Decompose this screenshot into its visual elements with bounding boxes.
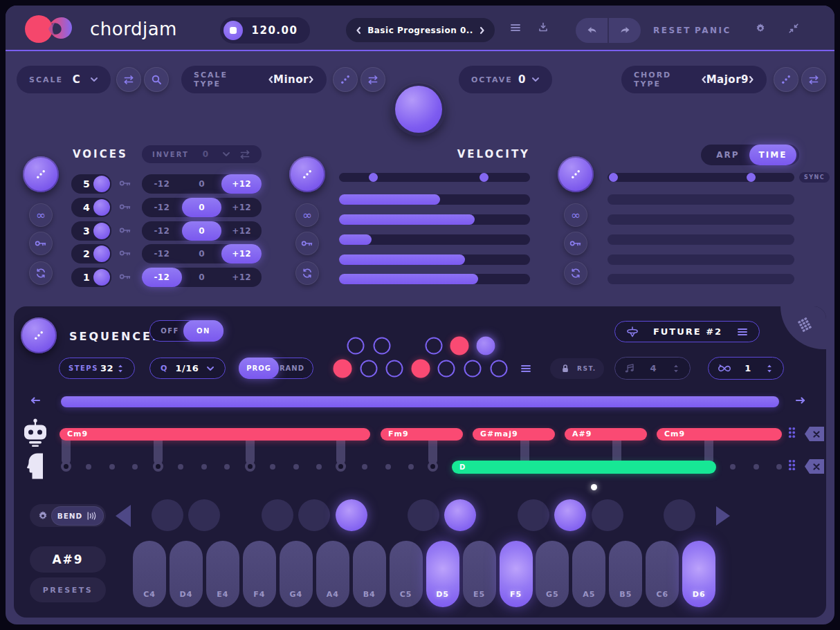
bend-control[interactable]: BEND [30,504,106,527]
time-reset-button[interactable] [564,261,587,285]
velocity-keyselect-button[interactable] [295,232,319,255]
seq-step-bottom-1[interactable] [334,360,352,378]
chevron-right-icon[interactable] [480,26,485,35]
scale-selector[interactable]: SCALE C [17,66,111,93]
chord-block-4[interactable]: A#9 [565,428,647,441]
octave-option-0[interactable]: 0 [182,244,222,263]
steps-control[interactable]: STEPS 32 [59,358,135,379]
range-handle[interactable] [369,173,378,182]
bpm-value[interactable]: 120.00 [243,24,307,37]
octave-option-+12[interactable]: +12 [221,198,262,217]
octave-option-0[interactable]: 0 [182,221,222,241]
arp-time-toggle[interactable]: ARP TIME [701,145,799,165]
menu-icon[interactable] [737,327,748,337]
velocity-range-slider[interactable] [339,173,530,182]
time-slider-5[interactable] [608,274,794,284]
black-key-C#5[interactable] [408,499,439,531]
chord-row-drag-handle[interactable] [788,427,796,438]
velocity-random-knob[interactable] [289,156,325,192]
voice-2-octave-selector[interactable]: -120+12 [142,244,262,263]
scroll-right-icon[interactable] [794,396,807,405]
voice-4-octave-selector[interactable]: -120+12 [142,198,262,217]
invert-control[interactable]: INVERT 0 [142,145,262,163]
voice-5-toggle[interactable]: 5 [71,174,111,194]
user-row-drag-handle[interactable] [788,459,796,471]
octave-option-0[interactable]: 0 [182,198,222,217]
range-handle[interactable] [747,173,756,182]
time-slider-3[interactable] [608,234,794,245]
black-key-C#4[interactable] [152,499,183,531]
black-key-F#4[interactable] [262,499,293,531]
seq-step-top-2[interactable] [373,337,390,355]
time-range-slider[interactable] [608,173,794,182]
scale-swap-button[interactable] [116,67,141,92]
keyboard-octave-right-button[interactable] [716,506,730,526]
chevron-right-icon[interactable] [749,75,754,84]
black-key-D#4[interactable] [188,499,220,531]
time-random-knob[interactable] [558,156,594,192]
scale-swap2-button[interactable] [360,67,385,92]
voice-enable-circle[interactable] [93,176,110,192]
gear-icon[interactable] [37,510,48,521]
black-key-C#6[interactable] [664,499,695,531]
velocity-slider-3[interactable] [339,234,530,245]
time-slider-4[interactable] [608,254,794,265]
key-C5[interactable]: C5 [390,541,423,607]
black-key-F#5[interactable] [518,499,549,531]
redo-button[interactable] [609,18,641,43]
black-key-G#4[interactable] [298,499,330,531]
voice-enable-circle[interactable] [93,269,110,286]
key-C6[interactable]: C6 [646,541,679,607]
download-icon[interactable] [538,21,549,33]
seq-step-bottom-4[interactable] [411,360,430,378]
chevron-left-icon[interactable] [356,26,361,35]
key-D4[interactable]: D4 [170,541,203,607]
octave-option-+12[interactable]: +12 [221,268,262,287]
seq-step-top-6[interactable] [477,337,495,355]
panic-button[interactable]: PANIC [695,26,731,35]
velocity-slider-5[interactable] [339,274,530,284]
time-slider-2[interactable] [608,214,794,225]
key-F5[interactable]: F5 [500,541,533,607]
octave-option-+12[interactable]: +12 [221,174,262,194]
seq-step-bottom-3[interactable] [386,360,403,378]
sequencer-random-knob[interactable] [21,317,57,353]
playhead-dot[interactable] [591,484,597,490]
note-division-control[interactable]: 4 [614,357,691,380]
time-keyselect-button[interactable] [564,232,587,255]
octave-option-0[interactable]: 0 [182,174,222,194]
key-B5[interactable]: B5 [609,541,642,607]
black-key-G#5[interactable] [554,499,586,531]
reset-button[interactable]: RESET [653,26,691,35]
black-key-A#4[interactable] [336,499,367,531]
seq-step-bottom-5[interactable] [438,360,455,378]
range-handle[interactable] [480,173,489,182]
presets-button[interactable]: PRESETS [30,577,106,602]
key-A5[interactable]: A5 [572,541,605,607]
sync-badge[interactable]: SYNC [799,172,830,183]
velocity-reset-button[interactable] [295,261,319,285]
reset-steps-button[interactable]: RST. [550,358,604,379]
black-key-A#5[interactable] [592,499,623,531]
voices-random-knob[interactable] [23,156,59,192]
octave-option--12[interactable]: -12 [142,198,182,217]
time-slider-1[interactable] [608,194,794,205]
sequence-progress-bar[interactable] [61,396,779,407]
key-D5[interactable]: D5 [426,541,459,607]
octave-option--12[interactable]: -12 [142,174,182,194]
voices-reset-button[interactable] [29,261,53,285]
loop-control[interactable]: 1 [708,357,784,380]
key-C4[interactable]: C4 [133,541,166,607]
voice-1-toggle[interactable]: 1 [71,268,111,287]
steps-menu-icon[interactable] [520,364,531,373]
octave-option-0[interactable]: 0 [182,268,222,287]
seq-step-top-5[interactable] [450,337,469,355]
octave-option--12[interactable]: -12 [142,268,182,287]
voice-5-octave-selector[interactable]: -120+12 [142,174,262,194]
stepper-icon[interactable] [671,363,681,374]
chord-random-button[interactable] [774,67,798,92]
velocity-slider-2[interactable] [339,214,530,225]
key-G4[interactable]: G4 [280,541,313,607]
chord-block-3[interactable]: G#maj9 [473,428,555,441]
prog-option[interactable]: PROG [239,358,279,379]
